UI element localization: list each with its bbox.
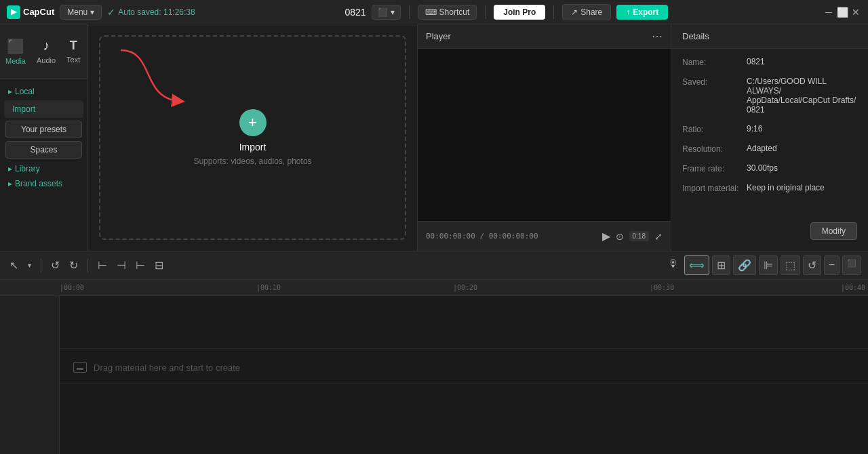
sidebar-item-local[interactable]: ▸ Local xyxy=(0,84,87,99)
detail-val-resolution: Adapted xyxy=(747,144,857,153)
delete-button[interactable]: ⊟ xyxy=(152,256,166,274)
detail-row-framerate: Frame rate: 30.00fps xyxy=(682,163,857,173)
player-badge: 0:18 xyxy=(629,231,649,241)
link-button[interactable]: 🔗 xyxy=(733,255,756,275)
split-button[interactable]: ⊢ xyxy=(95,256,110,274)
tool-media[interactable]: ⬛ Media xyxy=(0,35,31,68)
select-tool-button[interactable]: ↖ xyxy=(7,256,21,274)
media-icon: ⬛ xyxy=(7,38,24,54)
ruler-mark-30: |00:30 xyxy=(650,284,674,291)
ruler-mark-20: |00:20 xyxy=(453,284,477,291)
timeline-toolbar: ↖ ▾ ↺ ↻ ⊢ ⊣ ⊢ ⊟ 🎙 ⟺ ⊞ 🔗 ⊫ ⬚ ↺ − ⬛ xyxy=(0,251,868,280)
detail-key-framerate: Frame rate: xyxy=(682,163,747,173)
shortcut-icon: ⌨ xyxy=(425,7,437,17)
titlebar-center: 0821 ⬛ ▾ ⌨ Shortcut Join Pro ↗ Share ↑ E… xyxy=(344,4,668,20)
align-button[interactable]: ⊫ xyxy=(759,255,778,275)
player-title: Player xyxy=(426,31,451,41)
timeline-track-labels xyxy=(0,296,60,454)
detail-val-name: 0821 xyxy=(747,57,857,66)
auto-saved-text: Auto saved: 11:26:38 xyxy=(118,7,195,17)
track-line-1 xyxy=(60,348,868,349)
brand-assets-chevron-icon: ▸ xyxy=(8,179,12,188)
player-menu-button[interactable]: ⋯ xyxy=(652,30,663,43)
sidebar-item-library[interactable]: ▸ Library xyxy=(0,161,87,176)
close-button[interactable]: ✕ xyxy=(850,7,861,18)
player-controls: 00:00:00:00 / 00:00:00:00 ▶ ⊙ 0:18 ⤢ xyxy=(418,221,671,251)
sidebar-item-your-presets[interactable]: Your presets xyxy=(5,121,82,138)
divider-1 xyxy=(409,5,410,19)
menu-label: Menu xyxy=(67,7,87,17)
join-pro-button[interactable]: Join Pro xyxy=(494,5,545,20)
check-circle-icon: ✓ xyxy=(107,7,115,18)
minus-button[interactable]: − xyxy=(824,255,840,275)
import-zone-sublabel: Supports: videos, audios, photos xyxy=(193,157,311,166)
red-arrow-decoration xyxy=(114,43,209,111)
ruler-mark-10: |00:10 xyxy=(256,284,281,291)
fullscreen-button[interactable]: ⤢ xyxy=(654,231,663,242)
mic-button[interactable]: 🎙 xyxy=(665,255,682,275)
snap-button[interactable]: ⟺ xyxy=(684,255,709,275)
player-timecode: 00:00:00:00 / 00:00:00:00 xyxy=(426,232,597,241)
share-button[interactable]: ↗ Share xyxy=(562,4,611,20)
sidebar-item-spaces[interactable]: Spaces xyxy=(5,141,82,159)
monitor-button[interactable]: ⬛ ▾ xyxy=(372,5,401,20)
import-circle-button[interactable]: + xyxy=(239,109,267,136)
monitor-chevron-icon: ▾ xyxy=(391,7,395,17)
redo-button[interactable]: ↻ xyxy=(66,256,81,274)
detail-key-resolution: Resolution: xyxy=(682,144,747,154)
logo: ▶ CapCut xyxy=(7,5,54,19)
shortcut-label: Shortcut xyxy=(439,7,470,17)
pip-button[interactable]: ⬚ xyxy=(781,255,800,275)
split-right-button[interactable]: ⊢ xyxy=(133,256,148,274)
detail-val-framerate: 30.00fps xyxy=(747,163,857,173)
ruler-mark-0: |00:00 xyxy=(60,284,84,291)
audio-icon: ♪ xyxy=(43,38,50,54)
toolbar: ⬛ Media ♪ Audio T Text ✦ Stickers ★ Ef xyxy=(0,24,87,79)
text-icon: T xyxy=(70,39,77,53)
import-label: Import xyxy=(12,104,35,114)
sidebar-item-brand-assets[interactable]: ▸ Brand assets xyxy=(0,176,87,191)
minimize-button[interactable]: ─ xyxy=(823,7,834,18)
undo-button[interactable]: ↺ xyxy=(48,256,62,274)
detail-row-name: Name: 0821 xyxy=(682,57,857,67)
tool-text[interactable]: T Text xyxy=(61,36,85,66)
tool-audio[interactable]: ♪ Audio xyxy=(31,35,61,67)
divider-2 xyxy=(485,5,486,19)
app-body: ⬛ Media ♪ Audio T Text ✦ Stickers ★ Ef xyxy=(0,24,868,454)
zoom-indicator: ⬛ xyxy=(842,255,861,275)
detail-key-ratio: Ratio: xyxy=(682,124,747,134)
library-chevron-icon: ▸ xyxy=(8,164,12,173)
modify-button[interactable]: Modify xyxy=(810,222,857,240)
details-header: Details xyxy=(671,24,868,49)
split-audio-button[interactable]: ⊞ xyxy=(712,255,730,275)
import-zone[interactable]: + Import Supports: videos, audios, photo… xyxy=(99,35,406,240)
main-area: ⬛ Media ♪ Audio T Text ✦ Stickers ★ Ef xyxy=(0,24,868,251)
shortcut-button[interactable]: ⌨ Shortcut xyxy=(418,5,477,20)
screenshot-button[interactable]: ⊙ xyxy=(616,231,624,242)
details-panel: Details Name: 0821 Saved: C:/Users/GOOD … xyxy=(671,24,868,251)
play-button[interactable]: ▶ xyxy=(602,230,610,243)
media-area: + Import Supports: videos, audios, photo… xyxy=(88,24,417,251)
left-panel: ⬛ Media ♪ Audio T Text ✦ Stickers ★ Ef xyxy=(0,24,88,251)
select-chevron-button[interactable]: ▾ xyxy=(25,259,34,272)
maximize-button[interactable]: ⬜ xyxy=(837,7,848,18)
undo-icon-button[interactable]: ↺ xyxy=(803,255,821,275)
details-title: Details xyxy=(682,31,709,41)
titlebar-left: ▶ CapCut Menu ▾ ✓ Auto saved: 11:26:38 xyxy=(7,5,195,20)
export-icon: ↑ xyxy=(626,7,630,17)
menu-button[interactable]: Menu ▾ xyxy=(60,5,102,20)
detail-row-ratio: Ratio: 9:16 xyxy=(682,124,857,134)
timeline-area: ↖ ▾ ↺ ↻ ⊢ ⊣ ⊢ ⊟ 🎙 ⟺ ⊞ 🔗 ⊫ ⬚ ↺ − ⬛ xyxy=(0,251,868,454)
timeline-content: ▬ Drag material here and start to create xyxy=(0,296,868,454)
drag-hint-film-icon: ▬ xyxy=(77,364,83,371)
detail-val-saved: C:/Users/GOOD WILL ALWAYS/AppData/Local/… xyxy=(747,77,857,115)
sidebar-item-import[interactable]: Import xyxy=(4,100,83,118)
export-button[interactable]: ↑ Export xyxy=(616,5,668,20)
split-left-button[interactable]: ⊣ xyxy=(114,256,129,274)
import-plus-icon: + xyxy=(248,114,257,131)
logo-text: CapCut xyxy=(23,7,54,17)
sidebar-nav: ▸ Local Import Your presets Spaces ▸ Lib… xyxy=(0,79,87,251)
logo-icon: ▶ xyxy=(7,5,20,19)
share-label: Share xyxy=(580,7,602,17)
brand-assets-label: Brand assets xyxy=(15,179,62,188)
